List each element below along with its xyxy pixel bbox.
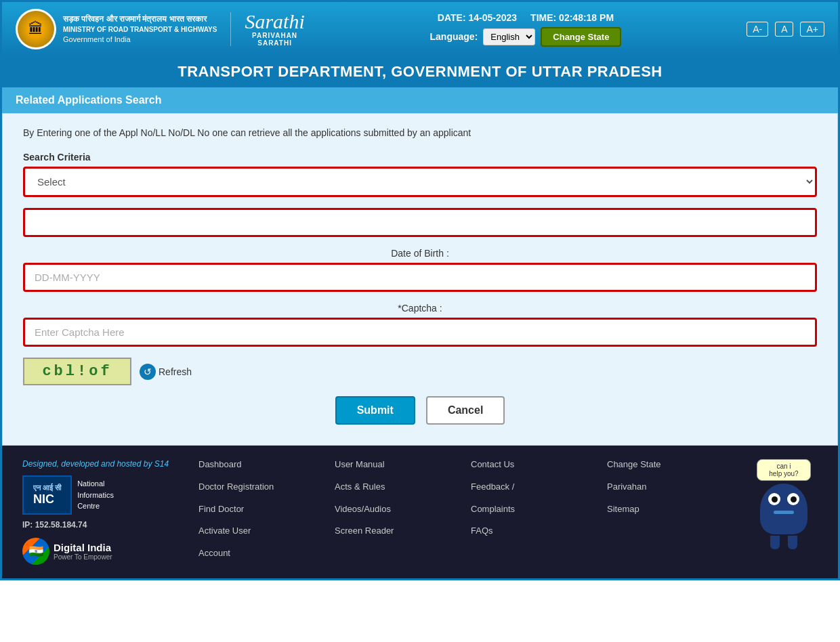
nic-hindi: एन आई सी	[33, 484, 61, 492]
footer-link-find-doctor[interactable]: Find Doctor	[198, 504, 328, 521]
saranthi-name: Sarathi	[245, 12, 304, 32]
search-criteria-label: Search Criteria	[23, 152, 817, 163]
submit-button[interactable]: Submit	[335, 396, 415, 425]
dob-label: Date of Birth :	[23, 248, 817, 259]
date-label: DATE: 14-05-2023	[438, 12, 517, 23]
captcha-image-row: cbl!of ↺ Refresh	[23, 358, 817, 385]
govt-sub: Government of India	[63, 35, 217, 45]
date-value: 14-05-2023	[468, 12, 517, 23]
search-criteria-select[interactable]: Select Application Number LL Number DL N…	[23, 167, 817, 197]
govt-text: सड़क परिवहन और राजमार्ग मंत्रालय भारत सर…	[63, 14, 217, 45]
datetime-row: DATE: 14-05-2023 TIME: 02:48:18 PM	[438, 12, 614, 23]
saranthi-label: PARIVAHANSARATHI	[245, 32, 304, 47]
footer-link-activate-user[interactable]: Activate User	[198, 526, 328, 542]
digital-india-logo: 🇮🇳 Digital India Power To Empower	[22, 538, 185, 565]
dob-group: Date of Birth :	[23, 248, 817, 292]
language-select[interactable]: English Hindi	[483, 28, 535, 45]
footer-nav: Dashboard User Manual Contact Us Change …	[198, 459, 736, 565]
footer-left: Designed, developed and hosted by S14 एन…	[22, 459, 185, 565]
footer-link-dashboard[interactable]: Dashboard	[198, 459, 328, 476]
footer-link-account[interactable]: Account	[198, 548, 328, 565]
footer-link-complaints[interactable]: Complaints	[471, 504, 600, 521]
footer-link-faqs[interactable]: FAQs	[471, 526, 600, 542]
mascot-mouth	[774, 511, 794, 514]
footer-link-user-manual[interactable]: User Manual	[335, 459, 464, 476]
header-center: DATE: 14-05-2023 TIME: 02:48:18 PM Langu…	[430, 12, 622, 47]
time-label: TIME: 02:48:18 PM	[530, 12, 614, 23]
footer-link-contact-us[interactable]: Contact Us	[471, 459, 600, 476]
mascot-legs	[757, 536, 811, 549]
captcha-label: *Captcha :	[23, 303, 817, 314]
digital-india-emblem: 🇮🇳	[22, 538, 49, 565]
font-larger-button[interactable]: A+	[800, 22, 824, 37]
captcha-image: cbl!of	[23, 358, 131, 385]
mascot-left-eye	[768, 493, 780, 505]
footer-link-change-state[interactable]: Change State	[607, 459, 736, 476]
digital-india-text: Digital India Power To Empower	[54, 542, 112, 561]
govt-hindi: सड़क परिवहन और राजमार्ग मंत्रालय भारत सर…	[63, 14, 217, 25]
refresh-label: Refresh	[159, 366, 192, 377]
change-state-button[interactable]: Change State	[541, 27, 621, 47]
mascot-right-eye	[787, 493, 799, 505]
footer-link-s14[interactable]: S14	[154, 459, 169, 469]
language-row: Language: English Hindi Change State	[430, 27, 622, 47]
nic-abbreviation: एन आई सी NIC	[22, 475, 72, 515]
footer-link-videos[interactable]: Videos/Audios	[335, 504, 464, 521]
footer-link-feedback[interactable]: Feedback /	[471, 481, 600, 498]
emblem-icon: 🏛	[18, 11, 54, 47]
font-smaller-button[interactable]: A-	[747, 22, 768, 37]
footer: Designed, developed and hosted by S14 एन…	[2, 446, 838, 578]
nic-short: NIC	[33, 492, 61, 507]
search-criteria-group: Search Criteria Select Application Numbe…	[23, 152, 817, 197]
captcha-group: *Captcha :	[23, 303, 817, 347]
mascot-container: can i help you?	[757, 459, 811, 549]
font-controls: A- A A+	[747, 22, 824, 37]
section-header: Related Applications Search	[2, 87, 838, 113]
search-text-input[interactable]	[23, 208, 817, 237]
footer-link-acts-rules[interactable]: Acts & Rules	[335, 481, 464, 498]
form-container: By Entering one of the Appl No/LL No/DL …	[2, 113, 838, 446]
footer-link-parivahan[interactable]: Parivahan	[607, 481, 736, 498]
nic-full-name: National Informatics Centre	[77, 478, 114, 512]
page-title: TRANSPORT DEPARTMENT, GOVERNMENT OF UTTA…	[9, 63, 831, 81]
mascot-figure	[760, 484, 807, 534]
mascot-speech-bubble: can i help you?	[757, 459, 811, 481]
refresh-button[interactable]: ↺ Refresh	[140, 364, 192, 380]
govt-logo: 🏛	[16, 9, 56, 49]
search-input-group	[23, 208, 817, 237]
mascot-eyes	[760, 484, 807, 505]
footer-designed-by: Designed, developed and hosted by S14	[22, 459, 185, 469]
font-normal-button[interactable]: A	[775, 22, 793, 37]
refresh-icon: ↺	[140, 364, 156, 380]
govt-eng: MINISTRY OF ROAD TRANSPORT & HIGHWAYS	[63, 25, 217, 35]
footer-link-doctor-registration[interactable]: Doctor Registration	[198, 481, 328, 498]
language-label: Language:	[430, 31, 478, 42]
captcha-input[interactable]	[23, 318, 817, 347]
ip-address: IP: 152.58.184.74	[22, 520, 185, 530]
time-value: 02:48:18 PM	[559, 12, 614, 23]
form-info: By Entering one of the Appl No/LL No/DL …	[23, 127, 817, 138]
footer-link-sitemap[interactable]: Sitemap	[607, 504, 736, 521]
title-bar: TRANSPORT DEPARTMENT, GOVERNMENT OF UTTA…	[2, 56, 838, 87]
footer-link-screen-reader[interactable]: Screen Reader	[335, 526, 464, 542]
button-row: Submit Cancel	[23, 396, 817, 425]
saranthi-logo: Sarathi PARIVAHANSARATHI	[245, 12, 304, 47]
footer-mascot: can i help you?	[750, 459, 818, 565]
cancel-button[interactable]: Cancel	[426, 396, 505, 425]
nic-logo: एन आई सी NIC National Informatics Centre	[22, 475, 185, 515]
section-title: Related Applications Search	[16, 94, 824, 106]
dob-input[interactable]	[23, 263, 817, 292]
